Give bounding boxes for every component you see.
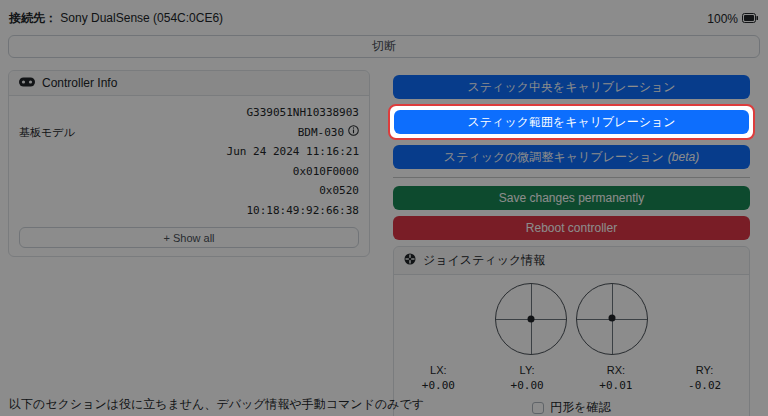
axis-ry: RY: -0.02 xyxy=(660,364,749,392)
joystick-info-card: ジョイスティック情報 LX: +0.00 xyxy=(393,246,750,416)
battery-status: 100% xyxy=(707,12,758,26)
joystick-info-title: ジョイスティック情報 xyxy=(423,252,545,269)
stick-circles xyxy=(394,283,749,355)
actions-column: スティック中央をキャリブレーション スティック範囲をキャリブレーション スティッ… xyxy=(393,75,750,416)
left-stick-circle xyxy=(495,283,567,355)
beta-badge: (beta) xyxy=(668,150,699,164)
connection-status: 接続先： Sony DualSense (054C:0CE6) xyxy=(9,10,223,27)
stick-dot xyxy=(609,315,616,322)
stick-dot xyxy=(528,316,535,323)
axis-rx: RX: +0.01 xyxy=(572,364,661,392)
save-button[interactable]: Save changes permanently xyxy=(393,186,750,210)
calibrate-fine-label: スティックの微調整キャリブレーション xyxy=(444,149,664,166)
show-all-button[interactable]: + Show all xyxy=(19,227,359,248)
info-icon[interactable] xyxy=(348,123,359,143)
axis-value: +0.00 xyxy=(483,379,572,392)
info-row-serial: G339051NH10338903 xyxy=(19,103,359,123)
hw-version-value: 0x0520 xyxy=(319,181,359,201)
info-row-board-model: 基板モデル BDM-030 xyxy=(19,123,359,143)
info-row-hw-version: 0x0520 xyxy=(19,181,359,201)
joystick-info-body: LX: +0.00 LY: +0.00 RX: +0.01 RY: -0.02 xyxy=(394,275,749,416)
highlight-box: スティック範囲をキャリブレーション xyxy=(388,104,755,140)
axis-value: +0.00 xyxy=(394,379,483,392)
fw-version-value: 0x010F0000 xyxy=(293,162,359,182)
mac-address-value: 10:18:49:92:66:38 xyxy=(246,201,359,221)
axis-ly: LY: +0.00 xyxy=(483,364,572,392)
target-icon xyxy=(404,253,416,268)
battery-icon xyxy=(742,12,758,26)
circularity-row: 円形を確認 xyxy=(394,399,749,416)
gamepad-icon xyxy=(19,76,35,90)
board-model-label: 基板モデル xyxy=(19,123,75,143)
axis-label: RX: xyxy=(572,364,661,376)
calibrate-fine-button[interactable]: スティックの微調整キャリブレーション (beta) xyxy=(393,145,750,169)
topbar: 接続先： Sony DualSense (054C:0CE6) 100% xyxy=(0,0,768,33)
controller-info-body: G339051NH10338903 基板モデル BDM-030 xyxy=(9,96,369,256)
disconnect-button[interactable]: 切断 xyxy=(8,35,760,58)
joystick-info-header: ジョイスティック情報 xyxy=(394,247,749,275)
board-model-text: BDM-030 xyxy=(298,123,344,143)
battery-percent: 100% xyxy=(707,12,738,26)
calibrate-range-button[interactable]: スティック範囲をキャリブレーション xyxy=(394,110,749,134)
axis-value: +0.01 xyxy=(572,379,661,392)
divider xyxy=(393,177,750,178)
serial-number-value: G339051NH10338903 xyxy=(246,103,359,123)
circularity-checkbox[interactable] xyxy=(532,402,544,414)
axis-lx: LX: +0.00 xyxy=(394,364,483,392)
calibrate-center-button[interactable]: スティック中央をキャリブレーション xyxy=(393,75,750,99)
controller-info-title: Controller Info xyxy=(42,76,117,90)
axis-label: LX: xyxy=(394,364,483,376)
axis-label: LY: xyxy=(483,364,572,376)
board-model-value: BDM-030 xyxy=(298,123,359,143)
footer-note: 以下のセクションは役に立ちません、デバッグ情報や手動コマンドのみです xyxy=(9,396,424,413)
circularity-label: 円形を確認 xyxy=(550,399,610,416)
info-row-mac-address: 10:18:49:92:66:38 xyxy=(19,201,359,221)
info-row-fw-version: 0x010F0000 xyxy=(19,162,359,182)
info-row-fw-date: Jun 24 2024 11:16:21 xyxy=(19,142,359,162)
device-name: Sony DualSense (054C:0CE6) xyxy=(60,11,223,25)
axis-label: RY: xyxy=(660,364,749,376)
main-content: Controller Info G339051NH10338903 基板モデル … xyxy=(0,58,768,416)
controller-info-header: Controller Info xyxy=(9,71,369,96)
right-stick-circle xyxy=(576,283,648,355)
connection-label: 接続先： xyxy=(9,11,57,25)
controller-info-card: Controller Info G339051NH10338903 基板モデル … xyxy=(8,70,370,257)
axis-readouts: LX: +0.00 LY: +0.00 RX: +0.01 RY: -0.02 xyxy=(394,364,749,392)
fw-date-value: Jun 24 2024 11:16:21 xyxy=(227,142,359,162)
reboot-button[interactable]: Reboot controller xyxy=(393,216,750,240)
axis-value: -0.02 xyxy=(660,379,749,392)
